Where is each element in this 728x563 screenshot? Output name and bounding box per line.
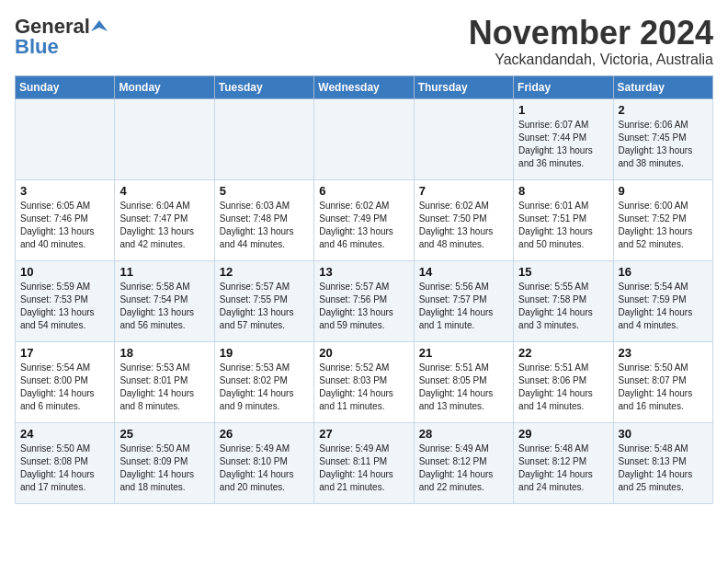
weekday-header-row: SundayMondayTuesdayWednesdayThursdayFrid… <box>16 75 713 98</box>
day-number: 1 <box>518 103 608 117</box>
calendar-cell: 3Sunrise: 6:05 AMSunset: 7:46 PMDaylight… <box>16 179 115 260</box>
day-info: Sunrise: 6:00 AMSunset: 7:52 PMDaylight:… <box>619 200 708 251</box>
day-info: Sunrise: 5:56 AMSunset: 7:57 PMDaylight:… <box>419 281 508 332</box>
calendar-cell: 25Sunrise: 5:50 AMSunset: 8:09 PMDayligh… <box>115 422 214 503</box>
day-number: 12 <box>220 265 309 279</box>
day-info: Sunrise: 6:01 AMSunset: 7:51 PMDaylight:… <box>518 200 608 251</box>
calendar-cell: 16Sunrise: 5:54 AMSunset: 7:59 PMDayligh… <box>613 260 712 341</box>
day-info: Sunrise: 5:57 AMSunset: 7:56 PMDaylight:… <box>319 281 408 332</box>
day-info: Sunrise: 6:05 AMSunset: 7:46 PMDaylight:… <box>20 200 109 251</box>
day-info: Sunrise: 5:50 AMSunset: 8:09 PMDaylight:… <box>119 442 209 494</box>
calendar-week-row: 1Sunrise: 6:07 AMSunset: 7:44 PMDaylight… <box>16 98 713 179</box>
calendar-week-row: 24Sunrise: 5:50 AMSunset: 8:08 PMDayligh… <box>16 422 713 503</box>
month-title: November 2024 <box>469 15 713 52</box>
day-number: 21 <box>419 346 508 360</box>
calendar-cell <box>314 98 414 179</box>
calendar-week-row: 17Sunrise: 5:54 AMSunset: 8:00 PMDayligh… <box>16 341 713 422</box>
logo: General Blue <box>15 15 108 59</box>
day-number: 27 <box>319 427 408 441</box>
day-number: 5 <box>220 184 309 198</box>
day-info: Sunrise: 5:50 AMSunset: 8:07 PMDaylight:… <box>619 362 708 413</box>
day-number: 28 <box>419 427 508 441</box>
day-number: 2 <box>619 103 708 117</box>
day-number: 30 <box>619 427 708 441</box>
weekday-header-tuesday: Tuesday <box>214 75 313 98</box>
page-header: General Blue November 2024 Yackandandah,… <box>15 15 713 68</box>
logo-bird-icon <box>91 18 108 35</box>
calendar-cell: 28Sunrise: 5:49 AMSunset: 8:12 PMDayligh… <box>414 422 513 503</box>
day-info: Sunrise: 6:07 AMSunset: 7:44 PMDaylight:… <box>518 119 608 170</box>
day-number: 4 <box>119 184 209 198</box>
day-number: 3 <box>20 184 109 198</box>
day-number: 9 <box>619 184 708 198</box>
day-number: 26 <box>220 427 309 441</box>
day-info: Sunrise: 5:53 AMSunset: 8:01 PMDaylight:… <box>119 362 209 413</box>
day-number: 6 <box>319 184 408 198</box>
calendar-week-row: 10Sunrise: 5:59 AMSunset: 7:53 PMDayligh… <box>16 260 713 341</box>
title-block: November 2024 Yackandandah, Victoria, Au… <box>469 15 713 68</box>
day-info: Sunrise: 5:52 AMSunset: 8:03 PMDaylight:… <box>319 362 408 413</box>
day-number: 10 <box>20 265 109 279</box>
day-number: 16 <box>619 265 708 279</box>
calendar-cell: 13Sunrise: 5:57 AMSunset: 7:56 PMDayligh… <box>314 260 414 341</box>
day-info: Sunrise: 5:49 AMSunset: 8:12 PMDaylight:… <box>419 442 508 494</box>
calendar-table: SundayMondayTuesdayWednesdayThursdayFrid… <box>15 75 713 504</box>
day-info: Sunrise: 5:50 AMSunset: 8:08 PMDaylight:… <box>20 442 109 494</box>
day-number: 17 <box>20 346 109 360</box>
calendar-cell: 2Sunrise: 6:06 AMSunset: 7:45 PMDaylight… <box>613 98 712 179</box>
calendar-cell: 22Sunrise: 5:51 AMSunset: 8:06 PMDayligh… <box>514 341 613 422</box>
weekday-header-sunday: Sunday <box>16 75 115 98</box>
weekday-header-friday: Friday <box>514 75 613 98</box>
location-title: Yackandandah, Victoria, Australia <box>469 52 713 68</box>
day-number: 11 <box>119 265 209 279</box>
day-number: 25 <box>119 427 209 441</box>
calendar-cell: 27Sunrise: 5:49 AMSunset: 8:11 PMDayligh… <box>314 422 414 503</box>
calendar-cell: 5Sunrise: 6:03 AMSunset: 7:48 PMDaylight… <box>214 179 313 260</box>
calendar-cell: 24Sunrise: 5:50 AMSunset: 8:08 PMDayligh… <box>16 422 115 503</box>
calendar-cell <box>414 98 513 179</box>
day-number: 22 <box>518 346 608 360</box>
day-number: 23 <box>619 346 708 360</box>
calendar-cell: 26Sunrise: 5:49 AMSunset: 8:10 PMDayligh… <box>214 422 313 503</box>
day-info: Sunrise: 5:58 AMSunset: 7:54 PMDaylight:… <box>119 281 209 332</box>
day-info: Sunrise: 5:49 AMSunset: 8:11 PMDaylight:… <box>319 442 408 494</box>
calendar-cell: 11Sunrise: 5:58 AMSunset: 7:54 PMDayligh… <box>115 260 214 341</box>
day-info: Sunrise: 5:48 AMSunset: 8:13 PMDaylight:… <box>619 442 708 494</box>
weekday-header-monday: Monday <box>115 75 214 98</box>
day-info: Sunrise: 5:51 AMSunset: 8:05 PMDaylight:… <box>419 362 508 413</box>
calendar-cell: 23Sunrise: 5:50 AMSunset: 8:07 PMDayligh… <box>613 341 712 422</box>
calendar-cell: 30Sunrise: 5:48 AMSunset: 8:13 PMDayligh… <box>613 422 712 503</box>
day-number: 24 <box>20 427 109 441</box>
calendar-cell: 15Sunrise: 5:55 AMSunset: 7:58 PMDayligh… <box>514 260 613 341</box>
calendar-cell: 17Sunrise: 5:54 AMSunset: 8:00 PMDayligh… <box>16 341 115 422</box>
weekday-header-thursday: Thursday <box>414 75 513 98</box>
calendar-cell <box>16 98 115 179</box>
day-info: Sunrise: 5:49 AMSunset: 8:10 PMDaylight:… <box>220 442 309 494</box>
day-info: Sunrise: 6:02 AMSunset: 7:49 PMDaylight:… <box>319 200 408 251</box>
calendar-cell: 12Sunrise: 5:57 AMSunset: 7:55 PMDayligh… <box>214 260 313 341</box>
day-number: 13 <box>319 265 408 279</box>
calendar-cell: 19Sunrise: 5:53 AMSunset: 8:02 PMDayligh… <box>214 341 313 422</box>
calendar-cell: 21Sunrise: 5:51 AMSunset: 8:05 PMDayligh… <box>414 341 513 422</box>
calendar-cell: 7Sunrise: 6:02 AMSunset: 7:50 PMDaylight… <box>414 179 513 260</box>
calendar-cell: 14Sunrise: 5:56 AMSunset: 7:57 PMDayligh… <box>414 260 513 341</box>
day-number: 15 <box>518 265 608 279</box>
calendar-cell <box>214 98 313 179</box>
calendar-week-row: 3Sunrise: 6:05 AMSunset: 7:46 PMDaylight… <box>16 179 713 260</box>
calendar-cell: 6Sunrise: 6:02 AMSunset: 7:49 PMDaylight… <box>314 179 414 260</box>
calendar-cell <box>115 98 214 179</box>
calendar-cell: 9Sunrise: 6:00 AMSunset: 7:52 PMDaylight… <box>613 179 712 260</box>
day-number: 7 <box>419 184 508 198</box>
svg-marker-0 <box>91 20 108 31</box>
day-info: Sunrise: 5:59 AMSunset: 7:53 PMDaylight:… <box>20 281 109 332</box>
weekday-header-saturday: Saturday <box>613 75 712 98</box>
day-number: 29 <box>518 427 608 441</box>
day-number: 14 <box>419 265 508 279</box>
logo-blue-text: Blue <box>15 35 59 59</box>
calendar-cell: 18Sunrise: 5:53 AMSunset: 8:01 PMDayligh… <box>115 341 214 422</box>
day-number: 20 <box>319 346 408 360</box>
calendar-cell: 8Sunrise: 6:01 AMSunset: 7:51 PMDaylight… <box>514 179 613 260</box>
day-info: Sunrise: 5:54 AMSunset: 7:59 PMDaylight:… <box>619 281 708 332</box>
day-number: 18 <box>119 346 209 360</box>
day-info: Sunrise: 6:03 AMSunset: 7:48 PMDaylight:… <box>220 200 309 251</box>
